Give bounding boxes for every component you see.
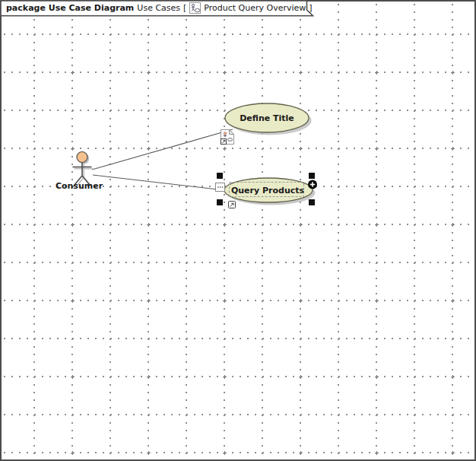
resize-handle-top-left[interactable]: [217, 173, 223, 179]
frame-bracket-open: [: [183, 3, 186, 13]
use-case-label: Define Title: [240, 113, 294, 123]
use-case-label: Query Products: [231, 186, 305, 196]
use-case-query-products[interactable]: Query Products: [224, 178, 316, 205]
frame-diagram-name: Product Query Overview: [204, 3, 306, 13]
attached-diagram-page-icon[interactable]: [221, 130, 234, 145]
association-consumer-query-products[interactable]: [93, 175, 224, 190]
diagram-frame-header: package Use Case Diagram Use Cases [ Pr: [0, 0, 316, 17]
use-case-define-title[interactable]: Define Title: [225, 103, 312, 135]
resize-handle-top-right[interactable]: [309, 173, 315, 179]
ellipsis-button[interactable]: [216, 183, 225, 192]
use-case-diagram-icon: [189, 2, 201, 14]
frame-context-label: Use Cases: [137, 3, 180, 13]
frame-bracket-close: ]: [309, 3, 312, 13]
plus-circle-button[interactable]: [308, 180, 317, 189]
association-consumer-define-title[interactable]: [92, 129, 233, 170]
navigate-arrow-button[interactable]: [229, 202, 236, 208]
page-fold: [230, 130, 234, 135]
resize-handle-bottom-left[interactable]: [217, 199, 223, 205]
diagram-editor-canvas[interactable]: Define Title Query Products: [0, 0, 476, 461]
resize-handle-bottom-right[interactable]: [309, 199, 315, 205]
diagram-shapes: Define Title Query Products: [0, 0, 476, 461]
actor-name-label: Consumer: [55, 181, 103, 191]
frame-kind-and-package-label: package Use Case Diagram: [6, 3, 134, 13]
